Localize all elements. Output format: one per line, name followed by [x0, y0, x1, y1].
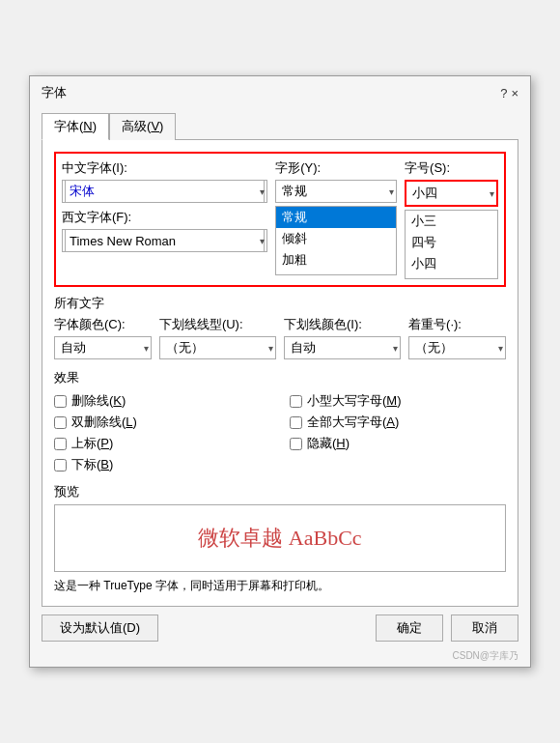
dialog-content: 中文字体(I): ▾ 西文字体(F): ▾: [42, 139, 518, 607]
size-label: 字号(S):: [405, 159, 498, 177]
effect-subscript: 下标(B): [54, 456, 270, 473]
chinese-font-input[interactable]: [65, 180, 265, 203]
footer: 设为默认值(D) 确定 取消: [30, 607, 530, 649]
effect-double-strikethrough-checkbox[interactable]: [54, 416, 67, 429]
emphasis-value: （无）: [411, 339, 457, 357]
effect-small-caps: 小型大写字母(M): [290, 392, 506, 410]
underline-color-label: 下划线颜色(I):: [284, 316, 401, 333]
effect-double-strikethrough: 双删除线(L): [54, 414, 270, 431]
size-list[interactable]: 小三 四号 小四: [405, 210, 498, 279]
chinese-font-select-wrapper: ▾: [62, 180, 267, 203]
style-label: 字形(Y):: [275, 159, 397, 177]
dialog-title: 字体: [42, 84, 67, 101]
effect-hidden-label: 隐藏(H): [307, 435, 350, 452]
tab-advanced-label: 高级(V): [122, 119, 163, 133]
effect-small-caps-label: 小型大写字母(M): [307, 392, 402, 410]
style-item-bold[interactable]: 加粗: [276, 249, 396, 271]
title-buttons: ? ×: [500, 86, 518, 100]
font-dialog: 字体 ? × 字体(N) 高级(V) 中文字体(I):: [29, 75, 531, 668]
size-input-wrapper: ▾: [406, 182, 496, 205]
size-item-xiaosi[interactable]: 小四: [406, 253, 497, 274]
effect-all-caps: 全部大写字母(A): [290, 414, 506, 431]
chinese-font-label: 中文字体(I):: [62, 159, 267, 177]
preview-box: 微软卓越 AaBbCc: [54, 504, 506, 572]
preview-text: 微软卓越 AaBbCc: [198, 524, 361, 553]
western-font-group: 西文字体(F): ▾: [62, 209, 267, 252]
font-color-arrow-icon[interactable]: ▾: [144, 343, 149, 354]
size-input-arrow-icon[interactable]: ▾: [490, 188, 494, 199]
ok-cancel-buttons: 确定 取消: [376, 614, 518, 642]
tab-bar: 字体(N) 高级(V): [30, 105, 530, 140]
cancel-button[interactable]: 取消: [451, 614, 518, 642]
style-input-wrapper: ▾: [275, 180, 397, 203]
font-color-label: 字体颜色(C):: [54, 316, 152, 333]
tab-font[interactable]: 字体(N): [42, 113, 109, 140]
preview-section: 预览 微软卓越 AaBbCc 这是一种 TrueType 字体，同时适用于屏幕和…: [54, 483, 506, 594]
underline-style-select[interactable]: （无） ▾: [159, 336, 276, 359]
style-item-italic[interactable]: 倾斜: [276, 228, 396, 249]
effect-superscript-checkbox[interactable]: [54, 438, 67, 450]
effect-subscript-label: 下标(B): [71, 456, 113, 473]
effect-subscript-checkbox[interactable]: [54, 459, 67, 472]
effect-strikethrough-label: 删除线(K): [71, 392, 126, 410]
preview-note: 这是一种 TrueType 字体，同时适用于屏幕和打印机。: [54, 578, 506, 594]
emphasis-label: 着重号(·):: [408, 316, 506, 333]
tab-font-label: 字体(N): [54, 119, 97, 133]
style-item-normal[interactable]: 常规: [276, 207, 396, 228]
all-text-section: 所有文字 字体颜色(C): 自动 ▾ 下划线线型(U): （无） ▾: [54, 295, 506, 359]
effect-double-strikethrough-label: 双删除线(L): [71, 414, 137, 431]
effect-all-caps-label: 全部大写字母(A): [307, 414, 399, 431]
effect-hidden-checkbox[interactable]: [290, 438, 302, 450]
size-item-xiaosan[interactable]: 小三: [406, 211, 497, 232]
effect-superscript: 上标(P): [54, 435, 270, 452]
effect-all-caps-checkbox[interactable]: [290, 416, 302, 429]
emphasis-select[interactable]: （无） ▾: [408, 336, 506, 359]
underline-color-select[interactable]: 自动 ▾: [284, 336, 401, 359]
effects-grid: 删除线(K) 小型大写字母(M) 双删除线(L) 全部大写字母(A) 上标(P): [54, 392, 506, 473]
underline-style-label: 下划线线型(U):: [159, 316, 276, 333]
chinese-font-group: 中文字体(I): ▾: [62, 159, 267, 203]
help-button[interactable]: ?: [500, 86, 507, 100]
font-color-select[interactable]: 自动 ▾: [54, 336, 152, 359]
effects-label: 效果: [54, 369, 506, 386]
western-font-input[interactable]: [65, 229, 265, 252]
font-color-value: 自动: [57, 339, 90, 357]
size-highlight: ▾: [405, 180, 498, 207]
effects-section: 效果 删除线(K) 小型大写字母(M) 双删除线(L) 全部大写字母(A): [54, 369, 506, 473]
default-button[interactable]: 设为默认值(D): [42, 614, 158, 642]
effect-superscript-label: 上标(P): [71, 435, 113, 452]
western-font-label: 西文字体(F):: [62, 209, 267, 226]
western-font-select-wrapper: ▾: [62, 229, 267, 252]
size-input[interactable]: [408, 186, 466, 201]
style-input[interactable]: [278, 185, 394, 199]
underline-color-arrow-icon[interactable]: ▾: [393, 343, 398, 354]
title-bar: 字体 ? ×: [30, 76, 530, 105]
underline-style-value: （无）: [162, 339, 208, 357]
size-item-sihao[interactable]: 四号: [406, 232, 497, 253]
effect-strikethrough-checkbox[interactable]: [54, 395, 67, 408]
close-button[interactable]: ×: [511, 86, 518, 100]
ok-button[interactable]: 确定: [376, 614, 443, 642]
style-list[interactable]: 常规 倾斜 加粗: [275, 206, 397, 275]
effect-hidden: 隐藏(H): [290, 435, 506, 452]
effect-small-caps-checkbox[interactable]: [290, 395, 302, 408]
emphasis-arrow-icon[interactable]: ▾: [498, 343, 503, 354]
underline-color-value: 自动: [287, 339, 320, 357]
all-text-label: 所有文字: [54, 295, 506, 312]
watermark: CSDN@字库乃: [30, 649, 530, 667]
tab-advanced[interactable]: 高级(V): [109, 113, 176, 140]
effect-strikethrough: 删除线(K): [54, 392, 270, 410]
font-main-section: 中文字体(I): ▾ 西文字体(F): ▾: [54, 152, 506, 287]
underline-style-arrow-icon[interactable]: ▾: [268, 343, 273, 354]
preview-label: 预览: [54, 483, 506, 500]
